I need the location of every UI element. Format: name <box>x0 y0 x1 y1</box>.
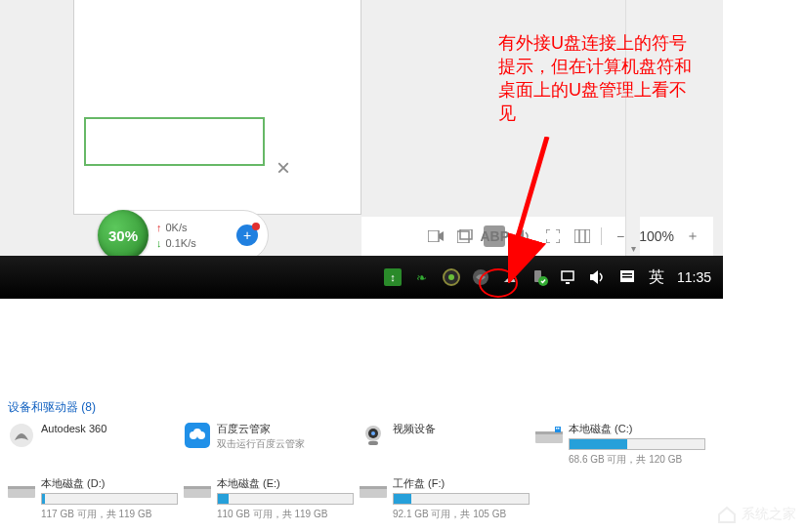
annotation-text: 有外接U盘连接上的符号提示，但在计算机盘符和桌面上的U盘管理上看不见 <box>498 31 694 125</box>
close-icon[interactable]: × <box>276 154 290 182</box>
upload-arrow-icon: ↑ <box>156 222 162 233</box>
clock[interactable]: 11:35 <box>677 269 711 285</box>
leaf-icon[interactable]: ❧ <box>413 268 431 286</box>
columns-icon[interactable] <box>572 225 593 247</box>
abp-icon[interactable]: ABP <box>484 225 505 247</box>
usb-tray-icon[interactable]: ↕ <box>384 268 402 286</box>
svg-rect-12 <box>566 282 570 284</box>
svg-rect-11 <box>562 271 573 280</box>
app-window: × <box>73 0 361 215</box>
disk-usage-bar <box>217 493 354 505</box>
device-video[interactable]: 视频设备 <box>360 422 535 467</box>
speaker-icon[interactable] <box>589 268 607 286</box>
disk-free-text: 68.6 GB 可用，共 120 GB <box>569 452 705 467</box>
svg-rect-33 <box>8 486 35 489</box>
zoom-in-button[interactable]: ＋ <box>682 225 703 247</box>
disk-usage-bar <box>393 493 530 505</box>
svg-rect-37 <box>360 486 387 489</box>
disk-icon <box>535 422 563 449</box>
device-disk-f[interactable]: 工作盘 (F:) 92.1 GB 可用，共 105 GB <box>360 476 535 521</box>
explorer-panel: 设备和驱动器 (8) Autodesk 360 百度云管家双击运行百度云管家 视… <box>0 395 806 532</box>
network-icon[interactable] <box>560 268 577 286</box>
svg-point-25 <box>371 431 375 435</box>
volume-icon[interactable] <box>513 225 534 247</box>
watermark: 系统之家 <box>716 505 796 524</box>
devices-header[interactable]: 设备和驱动器 (8) <box>0 395 806 420</box>
device-label: Autodesk 360 <box>41 422 106 436</box>
svg-rect-30 <box>556 428 558 430</box>
cloud-icon[interactable]: ☁ <box>501 268 519 286</box>
speed-stats: ↑0K/s ↓0.1K/s <box>156 220 196 251</box>
disk-usage-bar <box>41 493 178 505</box>
svg-rect-15 <box>622 276 632 278</box>
device-label: 视频设备 <box>393 422 436 436</box>
baidu-cloud-icon <box>184 422 211 449</box>
svg-point-22 <box>193 429 201 436</box>
taskbar: ↕ ❧ ☁ 英 11:35 <box>0 256 723 299</box>
svg-rect-26 <box>368 441 378 445</box>
ime-indicator[interactable]: 英 <box>648 268 665 286</box>
svg-rect-29 <box>555 427 561 432</box>
disk-usage-bar <box>569 438 705 450</box>
device-baidu[interactable]: 百度云管家双击运行百度云管家 <box>184 422 360 467</box>
fullscreen-icon[interactable] <box>542 225 564 247</box>
device-label: 百度云管家 <box>217 422 305 436</box>
disk-icon <box>184 476 211 504</box>
usage-percent-circle: 30% <box>98 210 148 261</box>
device-label: 工作盘 (F:) <box>393 476 530 491</box>
browser-toolbar: ABP − 100% ＋ <box>361 217 713 256</box>
svg-rect-31 <box>558 428 560 430</box>
system-tray: ↕ ❧ ☁ 英 11:35 <box>384 268 711 286</box>
disk-icon <box>8 476 35 504</box>
svg-rect-14 <box>622 273 632 275</box>
svg-rect-1 <box>457 231 469 243</box>
svg-rect-3 <box>574 229 590 243</box>
browser-icon[interactable] <box>472 268 489 286</box>
add-button[interactable]: + <box>236 225 258 246</box>
device-label: 本地磁盘 (E:) <box>217 476 354 491</box>
webcam-icon <box>360 422 387 449</box>
device-disk-c[interactable]: 本地磁盘 (C:) 68.6 GB 可用，共 120 GB <box>535 422 711 467</box>
devices-grid: Autodesk 360 百度云管家双击运行百度云管家 视频设备 本地磁盘 (C… <box>0 420 806 532</box>
speed-widget[interactable]: 30% ↑0K/s ↓0.1K/s + <box>98 210 269 261</box>
disk-icon <box>360 476 387 504</box>
disk-free-text: 92.1 GB 可用，共 105 GB <box>393 507 530 521</box>
download-speed: 0.1K/s <box>166 237 196 249</box>
disk-free-text: 110 GB 可用，共 119 GB <box>217 507 354 521</box>
notification-icon[interactable] <box>618 268 636 286</box>
svg-point-7 <box>448 274 454 280</box>
separator <box>601 227 602 245</box>
device-disk-d[interactable]: 本地磁盘 (D:) 117 GB 可用，共 119 GB <box>8 476 184 521</box>
video-icon[interactable] <box>425 225 446 247</box>
download-arrow-icon: ↓ <box>156 237 162 249</box>
content-box <box>84 117 265 166</box>
zoom-level: 100% <box>639 228 674 244</box>
house-icon <box>716 505 738 524</box>
autodesk-icon <box>8 422 35 449</box>
svg-rect-0 <box>428 230 439 242</box>
disk-free-text: 117 GB 可用，共 119 GB <box>41 507 178 521</box>
scroll-down-icon[interactable]: ▾ <box>626 240 640 256</box>
security-360-icon[interactable] <box>443 268 460 286</box>
gallery-icon[interactable] <box>454 225 476 247</box>
device-autodesk[interactable]: Autodesk 360 <box>8 422 184 467</box>
eject-device-icon[interactable] <box>530 268 548 286</box>
device-label: 本地磁盘 (C:) <box>569 422 705 436</box>
device-disk-e[interactable]: 本地磁盘 (E:) 110 GB 可用，共 119 GB <box>184 476 360 521</box>
upload-speed: 0K/s <box>166 222 188 233</box>
svg-rect-35 <box>184 486 211 489</box>
device-sublabel: 双击运行百度云管家 <box>217 436 305 451</box>
device-label: 本地磁盘 (D:) <box>41 476 178 491</box>
